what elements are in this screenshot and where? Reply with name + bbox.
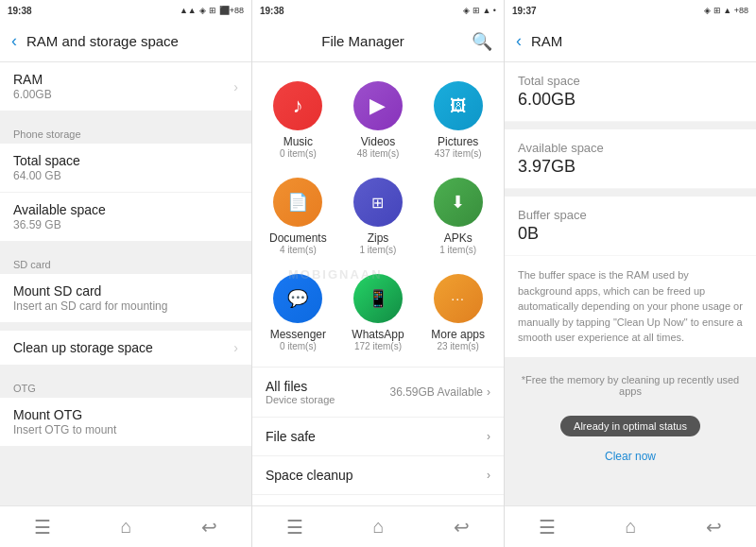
remote-management-row[interactable]: Remote management › bbox=[252, 495, 504, 505]
space-cleanup-label: Space cleanup bbox=[266, 468, 353, 483]
available-space-section: Available space 3.97GB bbox=[505, 129, 756, 189]
time-2: 19:38 bbox=[260, 6, 284, 16]
app-count-whatsapp: 172 item(s) bbox=[354, 341, 402, 351]
app-count-more: 23 item(s) bbox=[437, 341, 478, 351]
cleanup-item[interactable]: Clean up storage space › bbox=[0, 331, 251, 366]
app-name-messenger: Messenger bbox=[270, 328, 326, 341]
available-space-value: 36.59 GB bbox=[13, 218, 106, 231]
ram-footer: *Free the memory by cleaning up recently… bbox=[505, 365, 756, 406]
app-name-zips: Zips bbox=[368, 231, 389, 245]
status-bar-3: 19:37 ◈ ⊞ ▲ +88 bbox=[505, 0, 756, 21]
panel3-content: Total space 6.00GB Available space 3.97G… bbox=[505, 62, 756, 505]
available-space-detail-label: Available space bbox=[518, 141, 743, 155]
nav-home-1[interactable]: ⌂ bbox=[120, 516, 131, 538]
total-space-value: 64.00 GB bbox=[13, 169, 80, 182]
page-title-3: RAM bbox=[531, 33, 745, 49]
app-icon-more: ··· bbox=[434, 274, 483, 323]
optimal-wrap: Already in optimal status bbox=[505, 406, 756, 446]
mount-otg-label: Mount OTG bbox=[13, 407, 116, 422]
mount-sd-label: Mount SD card bbox=[13, 283, 167, 299]
space-cleanup-row[interactable]: Space cleanup › bbox=[252, 456, 504, 495]
mount-otg-item[interactable]: Mount OTG Insert OTG to mount bbox=[0, 398, 251, 447]
cleanup-label: Clean up storage space bbox=[13, 340, 153, 355]
page-title-1: RAM and storage space bbox=[26, 33, 240, 49]
file-section: All files Device storage 36.59GB Availab… bbox=[252, 367, 504, 505]
file-safe-chevron: › bbox=[487, 430, 490, 443]
app-icon-whatsapp: 📱 bbox=[353, 274, 403, 323]
all-files-row[interactable]: All files Device storage 36.59GB Availab… bbox=[252, 368, 504, 418]
header-3: ‹ RAM bbox=[505, 21, 756, 62]
file-safe-row[interactable]: File safe › bbox=[252, 418, 504, 456]
space-cleanup-chevron: › bbox=[487, 469, 490, 482]
mount-sd-card-item[interactable]: Mount SD card Insert an SD card for moun… bbox=[0, 274, 251, 323]
panel-ram-details: 19:37 ◈ ⊞ ▲ +88 ‹ RAM Total space 6.00GB… bbox=[505, 0, 756, 547]
buffer-space-label: Buffer space bbox=[518, 208, 743, 222]
app-count-zips: 1 item(s) bbox=[360, 245, 397, 255]
total-space-label: Total space bbox=[13, 153, 80, 168]
app-icon-pictures: 🖼 bbox=[434, 81, 483, 130]
nav-back-2[interactable]: ↩ bbox=[454, 516, 470, 538]
divider-3 bbox=[0, 323, 251, 331]
panel2-content: ♪ Music 0 item(s) ▶ Videos 48 item(s) 🖼 … bbox=[252, 62, 504, 505]
time-1: 19:38 bbox=[8, 6, 32, 16]
total-space-detail-label: Total space bbox=[518, 74, 743, 88]
app-item-more[interactable]: ··· More apps 23 item(s) bbox=[420, 266, 496, 359]
back-button-3[interactable]: ‹ bbox=[516, 31, 522, 51]
panel-ram-storage: 19:38 ▲▲ ◈ ⊞ ⬛+88 ‹ RAM and storage spac… bbox=[0, 0, 252, 547]
status-bar-2: 19:38 ◈ ⊞ ▲ • bbox=[252, 0, 504, 21]
nav-home-2[interactable]: ⌂ bbox=[372, 516, 384, 538]
buffer-space-detail: Buffer space 0B bbox=[505, 197, 756, 256]
mount-sd-sub: Insert an SD card for mounting bbox=[13, 299, 167, 313]
total-space-detail: Total space 6.00GB bbox=[505, 62, 756, 122]
total-space-item: Total space 64.00 GB bbox=[0, 144, 251, 193]
available-space-detail-value: 3.97GB bbox=[518, 157, 743, 177]
nav-back-3[interactable]: ↩ bbox=[706, 516, 722, 538]
available-space-detail: Available space 3.97GB bbox=[505, 129, 756, 189]
app-icon-zips: ⊞ bbox=[353, 178, 403, 227]
ram-value: 6.00GB bbox=[13, 88, 52, 101]
header-1: ‹ RAM and storage space bbox=[0, 21, 251, 62]
all-files-chevron: › bbox=[487, 385, 490, 399]
nav-back-1[interactable]: ↩ bbox=[201, 516, 217, 538]
app-count-videos: 48 item(s) bbox=[357, 148, 399, 159]
app-name-more: More apps bbox=[431, 328, 485, 341]
back-button-1[interactable]: ‹ bbox=[11, 31, 17, 51]
bottom-nav-2: ☰ ⌂ ↩ bbox=[252, 505, 504, 547]
phone-storage-label: Phone storage bbox=[0, 119, 251, 144]
app-item-docs[interactable]: 📄 Documents 4 item(s) bbox=[260, 170, 336, 263]
app-count-music: 0 item(s) bbox=[280, 148, 317, 159]
total-space-section: Total space 6.00GB bbox=[505, 62, 756, 122]
file-safe-label: File safe bbox=[266, 429, 316, 444]
nav-menu-3[interactable]: ☰ bbox=[539, 516, 556, 538]
clean-now-button[interactable]: Clear now bbox=[505, 446, 756, 467]
app-item-music[interactable]: ♪ Music 0 item(s) bbox=[260, 74, 336, 166]
status-icons-1: ▲▲ ◈ ⊞ ⬛+88 bbox=[180, 6, 244, 15]
otg-section-label: OTG bbox=[0, 373, 251, 398]
nav-menu-1[interactable]: ☰ bbox=[34, 516, 51, 538]
total-space-detail-value: 6.00GB bbox=[518, 90, 743, 110]
search-icon[interactable]: 🔍 bbox=[472, 31, 492, 52]
divider-2 bbox=[0, 242, 251, 249]
app-name-pictures: Pictures bbox=[438, 135, 478, 148]
divider-4 bbox=[0, 366, 251, 373]
status-icons-3: ◈ ⊞ ▲ +88 bbox=[704, 6, 748, 15]
app-item-pictures[interactable]: 🖼 Pictures 437 item(s) bbox=[420, 74, 496, 166]
nav-home-3[interactable]: ⌂ bbox=[625, 516, 636, 538]
app-name-whatsapp: WhatsApp bbox=[352, 328, 404, 341]
all-files-sub: Device storage bbox=[266, 394, 335, 405]
app-count-pictures: 437 item(s) bbox=[435, 148, 482, 159]
ram-label: RAM bbox=[13, 72, 52, 87]
all-files-label: All files bbox=[266, 379, 335, 394]
panel1-content: RAM 6.00GB › Phone storage Total space 6… bbox=[0, 62, 251, 505]
app-item-zips[interactable]: ⊞ Zips 1 item(s) bbox=[340, 170, 417, 263]
time-3: 19:37 bbox=[512, 6, 537, 16]
ram-item[interactable]: RAM 6.00GB › bbox=[0, 62, 251, 111]
nav-menu-2[interactable]: ☰ bbox=[286, 516, 303, 538]
app-item-whatsapp[interactable]: 📱 WhatsApp 172 item(s) bbox=[340, 266, 417, 359]
status-bar-1: 19:38 ▲▲ ◈ ⊞ ⬛+88 bbox=[0, 0, 251, 21]
app-item-videos[interactable]: ▶ Videos 48 item(s) bbox=[340, 74, 417, 166]
app-item-messenger[interactable]: 💬 Messenger 0 item(s) bbox=[260, 266, 336, 359]
app-item-apks[interactable]: ⬇ APKs 1 item(s) bbox=[420, 170, 496, 263]
app-count-docs: 4 item(s) bbox=[280, 245, 317, 255]
cleanup-chevron: › bbox=[233, 340, 238, 355]
